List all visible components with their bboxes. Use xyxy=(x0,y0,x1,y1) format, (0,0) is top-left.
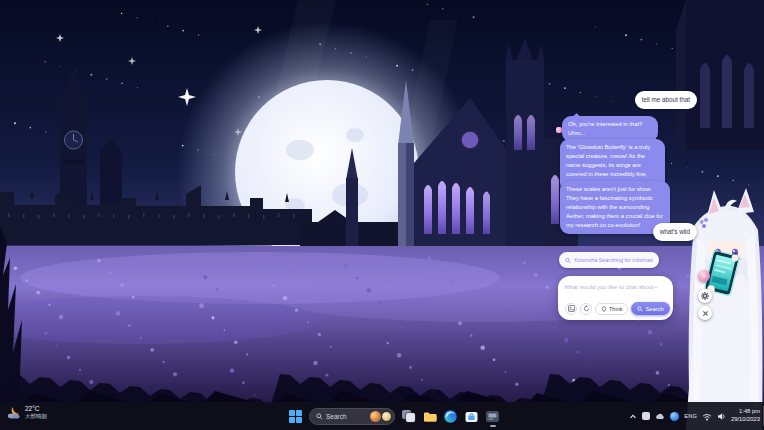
weather-widget[interactable]: 22°C 大部晴朗 xyxy=(6,405,47,420)
start-icon xyxy=(289,410,302,423)
taskbar-center: Search xyxy=(288,402,500,430)
store-icon xyxy=(465,410,478,423)
tray-chevron-button[interactable] xyxy=(629,413,637,420)
app-window-icon xyxy=(486,410,499,423)
search-button-label: Search xyxy=(645,306,663,312)
search-status-text: Kotonoha Searching for information... xyxy=(574,257,653,263)
network-icon xyxy=(702,412,712,421)
search-highlight-icon[interactable] xyxy=(381,411,392,422)
search-icon xyxy=(637,306,643,312)
think-button[interactable]: Think xyxy=(595,303,628,315)
task-view-button[interactable] xyxy=(401,409,416,424)
store-button[interactable] xyxy=(464,409,479,424)
chat-message-user: tell me about that xyxy=(635,91,697,109)
night-cloud-icon xyxy=(6,405,22,420)
volume-button[interactable] xyxy=(717,412,726,421)
tray-app-icon[interactable] xyxy=(642,412,650,420)
search-highlight-icon[interactable] xyxy=(370,411,381,422)
chat-message-user: what's wild xyxy=(653,223,697,241)
weather-condition: 大部晴朗 xyxy=(25,413,47,420)
search-button[interactable]: Search xyxy=(631,302,669,315)
search-sparkle-icon xyxy=(565,257,571,264)
edge-icon xyxy=(444,410,457,423)
edge-button[interactable] xyxy=(443,409,458,424)
close-chat-button[interactable] xyxy=(698,306,712,320)
gear-icon xyxy=(701,292,709,300)
regenerate-icon xyxy=(583,305,590,312)
start-button[interactable] xyxy=(288,409,303,424)
network-button[interactable] xyxy=(702,412,712,421)
think-button-label: Think xyxy=(609,306,622,312)
cloud-icon[interactable] xyxy=(655,413,665,420)
system-tray: ENG 1:48 pm 29/10/2023 xyxy=(629,402,760,430)
file-explorer-button[interactable] xyxy=(422,409,437,424)
volume-icon xyxy=(717,412,726,421)
desktop: tell me about that Oh, you're interested… xyxy=(0,0,764,430)
close-icon xyxy=(702,310,709,317)
language-indicator[interactable]: ENG xyxy=(684,413,697,419)
chevron-up-icon xyxy=(629,413,637,420)
image-icon xyxy=(568,305,575,312)
running-indicator xyxy=(490,425,496,427)
clock-date: 29/10/2023 xyxy=(731,416,760,424)
chat-message-assistant: These scales aren't just for show. They … xyxy=(560,181,670,234)
image-button[interactable] xyxy=(565,303,577,315)
taskbar-search-label: Search xyxy=(326,413,347,420)
heart-orb-button[interactable]: ♥ xyxy=(698,270,710,282)
companion-character[interactable] xyxy=(684,186,764,430)
regenerate-button[interactable] xyxy=(580,303,592,315)
corner-building xyxy=(676,0,764,150)
chat-input-buttons: Think Search xyxy=(565,302,670,315)
chat-input[interactable] xyxy=(564,280,667,293)
running-app-button[interactable] xyxy=(485,409,500,424)
search-status-pill: Kotonoha Searching for information... xyxy=(559,252,659,268)
weather-temperature: 22°C xyxy=(25,405,47,413)
sync-orb-icon[interactable] xyxy=(670,412,679,421)
taskbar: 22°C 大部晴朗 Search xyxy=(0,402,764,430)
settings-button[interactable] xyxy=(698,289,712,303)
chat-input-card: Think Search xyxy=(558,276,673,320)
think-icon xyxy=(601,306,607,312)
clock[interactable]: 1:48 pm 29/10/2023 xyxy=(731,408,760,423)
taskbar-search-box[interactable]: Search xyxy=(309,408,395,425)
search-icon xyxy=(316,413,323,420)
file-explorer-icon xyxy=(423,411,437,422)
clock-time: 1:48 pm xyxy=(739,408,760,416)
